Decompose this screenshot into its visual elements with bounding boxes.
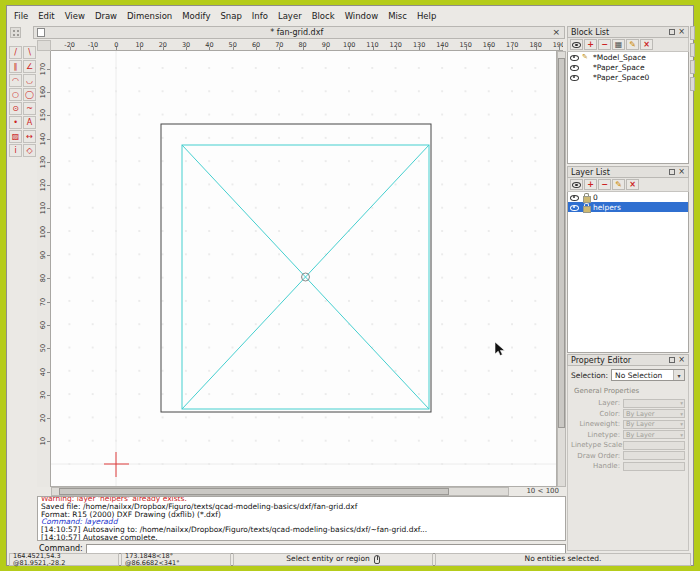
ruler-tick-label: 50	[221, 40, 244, 50]
block-list-item[interactable]: ✎ *Paper_Space	[568, 62, 688, 72]
drawing-canvas[interactable]	[51, 51, 557, 487]
ruler-tick-label: 20	[40, 414, 48, 422]
mouse-icon	[374, 555, 380, 564]
menu-item[interactable]: Block	[307, 9, 340, 23]
dock-tab-button[interactable]	[690, 26, 695, 40]
menu-item[interactable]: View	[60, 9, 90, 23]
layer-list-item[interactable]: 0	[568, 192, 688, 202]
block-list-item[interactable]: ✎ *Paper_Space0	[568, 72, 688, 82]
info-tool[interactable]: i	[9, 144, 22, 157]
visibility-eye-icon[interactable]	[570, 73, 579, 81]
horizontal-scrollbar[interactable]	[51, 487, 509, 496]
block-list-item[interactable]: ✎ *Model_Space	[568, 52, 688, 62]
dock-tab-button[interactable]	[690, 60, 695, 74]
drawing-tool-palette: /\∥∠◠◡○◯⊙~•A▨↔i◇	[9, 46, 38, 157]
edit-block-icon[interactable]: ✎	[626, 39, 639, 50]
ruler-tick-label: 130	[39, 156, 47, 168]
float-panel-icon[interactable]	[669, 29, 675, 35]
close-document-icon[interactable]: ×	[548, 28, 564, 37]
add-block-icon[interactable]: +	[584, 39, 597, 50]
text-tool[interactable]: A	[23, 116, 36, 129]
tool-icon: ○	[12, 91, 19, 99]
show-all-layers-eye-icon[interactable]	[570, 179, 583, 190]
layer-list-item[interactable]: helpers	[568, 202, 688, 212]
add-layer-icon[interactable]: +	[584, 179, 597, 190]
line-angle-tool[interactable]: \	[23, 46, 36, 59]
insert-block-icon[interactable]: ▦	[612, 39, 625, 50]
lock-icon[interactable]	[582, 203, 590, 212]
edit-layer-icon[interactable]: ✎	[612, 179, 625, 190]
selection-dropdown[interactable]: No Selection ▾	[611, 369, 685, 381]
vertical-scrollbar[interactable]	[557, 51, 566, 487]
close-panel-icon[interactable]: ×	[678, 28, 685, 36]
general-properties-label: General Properties	[568, 381, 688, 398]
menu-item[interactable]: Layer	[273, 9, 307, 23]
ruler-tick-label: 110	[39, 202, 47, 214]
remove-block-icon[interactable]: −	[598, 39, 611, 50]
selection-label: Selection:	[571, 371, 608, 380]
vertical-scrollbar-thumb[interactable]	[558, 58, 565, 428]
ruler-tick-label: 60	[40, 321, 48, 329]
toolbar-handle[interactable]	[10, 27, 21, 38]
tool-icon: ∥	[14, 63, 18, 71]
polyline-tool[interactable]: ∠	[23, 60, 36, 73]
menu-item[interactable]: File	[9, 9, 33, 23]
ellipse-tool[interactable]: ⊙	[9, 102, 22, 115]
snap-tool[interactable]: ◇	[23, 144, 36, 157]
ruler-tick-label: 90	[314, 40, 337, 50]
layer-name: 0	[593, 193, 598, 202]
horizontal-scrollbar-thumb[interactable]	[59, 488, 449, 495]
panel-title: Block List	[571, 28, 669, 37]
visibility-eye-icon[interactable]	[570, 193, 579, 201]
visibility-eye-icon[interactable]	[570, 53, 579, 61]
property-label: Handle:	[571, 462, 623, 470]
menu-item[interactable]: Window	[340, 9, 384, 23]
document-tab-title[interactable]: * fan-grid.dxf	[45, 28, 548, 37]
dock-tab-button[interactable]	[690, 43, 695, 57]
remove-layer-icon[interactable]: −	[598, 179, 611, 190]
property-row: Linetype: By Layer ▾	[568, 430, 688, 441]
menu-item[interactable]: Dimension	[122, 9, 177, 23]
spline-tool[interactable]: ~	[23, 102, 36, 115]
dimension-tool[interactable]: ↔	[23, 130, 36, 143]
visibility-eye-icon[interactable]	[570, 203, 579, 211]
property-row: Linetype Scale: ▾	[568, 440, 688, 451]
menu-item[interactable]: Misc	[383, 9, 412, 23]
block-list-toolbar: +−▦✎×	[567, 38, 689, 52]
circle-tool[interactable]: ○	[9, 88, 22, 101]
menu-item[interactable]: Help	[412, 9, 441, 23]
lock-icon[interactable]	[582, 193, 590, 202]
arc-3point-tool[interactable]: ◡	[23, 74, 36, 87]
delete-block-icon[interactable]: ×	[640, 39, 653, 50]
property-control: ▾	[623, 441, 685, 450]
float-panel-icon[interactable]	[669, 169, 675, 175]
circle-2point-tool[interactable]: ◯	[23, 88, 36, 101]
tool-icon: A	[27, 119, 32, 127]
menu-item[interactable]: Info	[247, 9, 273, 23]
ruler-tick-label: 120	[384, 40, 407, 50]
mouse-cursor	[495, 342, 507, 358]
menu-item[interactable]: Draw	[90, 9, 122, 23]
menu-item[interactable]: Modify	[177, 9, 215, 23]
tool-icon: ▨	[12, 133, 20, 141]
ruler-tick-label: 90	[40, 251, 48, 259]
show-all-blocks-eye-icon[interactable]	[570, 39, 583, 50]
delete-layer-icon[interactable]: ×	[626, 179, 639, 190]
parallel-line-tool[interactable]: ∥	[9, 60, 22, 73]
close-panel-icon[interactable]: ×	[678, 356, 685, 364]
dock-tab-button[interactable]	[690, 77, 695, 91]
float-panel-icon[interactable]	[669, 357, 675, 363]
hatch-tool[interactable]: ▨	[9, 130, 22, 143]
editing-pencil-icon: ✎	[582, 54, 590, 61]
arc-tool[interactable]: ◠	[9, 74, 22, 87]
close-panel-icon[interactable]: ×	[678, 168, 685, 176]
line-tool[interactable]: /	[9, 46, 22, 59]
layer-list-header: Layer List ×	[567, 166, 689, 178]
visibility-eye-icon[interactable]	[570, 63, 579, 71]
tool-icon: ◡	[26, 77, 33, 85]
point-tool[interactable]: •	[9, 116, 22, 129]
ruler-tick-label: 110	[361, 40, 384, 50]
menu-item[interactable]: Edit	[33, 9, 59, 23]
ruler-tick-label: 0	[105, 40, 128, 50]
menu-item[interactable]: Snap	[215, 9, 246, 23]
